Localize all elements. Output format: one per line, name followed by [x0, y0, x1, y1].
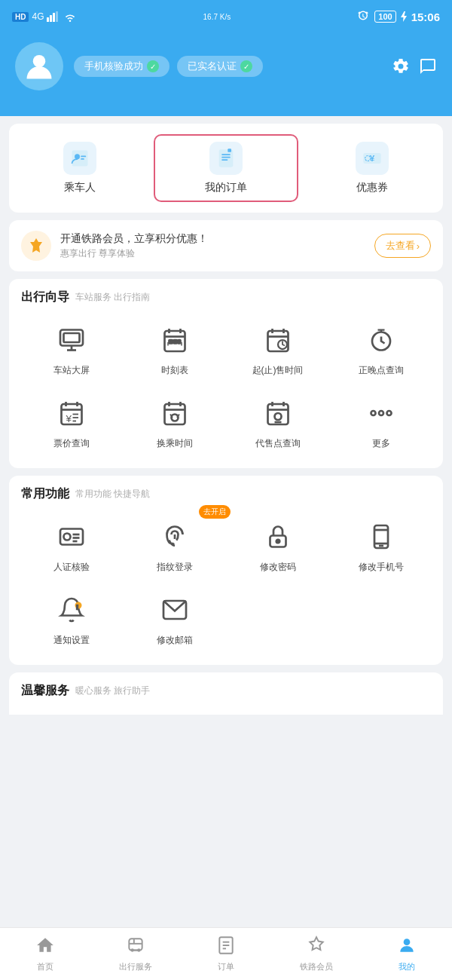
svg-point-80 — [404, 939, 411, 945]
travel-guide-title: 出行向导 车站服务 出行指南 — [21, 289, 431, 305]
agent-icon — [260, 395, 296, 431]
price-icon: ¥ — [53, 395, 90, 431]
sale-time-icon — [260, 322, 296, 358]
warm-service-section: 温馨服务 暖心服务 旅行助手 — [9, 672, 443, 715]
svg-rect-27 — [178, 340, 180, 344]
svg-point-6 — [75, 154, 80, 159]
nav-my[interactable]: 我的 — [362, 929, 452, 978]
svg-rect-3 — [56, 11, 58, 22]
svg-rect-13 — [228, 149, 231, 152]
nav-passenger[interactable]: 乘车人 — [9, 136, 151, 201]
status-right: 100 15:06 — [356, 10, 440, 23]
svg-point-53 — [371, 411, 375, 415]
email-icon — [157, 592, 193, 628]
realname-badge: 已实名认证 ✓ — [177, 56, 263, 77]
svg-rect-26 — [173, 340, 177, 344]
nav-travel-service[interactable]: 出行服务 — [90, 929, 181, 978]
common-func-grid: 人证核验 去开启 — [21, 511, 431, 654]
travel-guide-section: 出行向导 车站服务 出行指南 车站大屏 — [9, 279, 443, 468]
nav-my-order[interactable]: 我的订单 — [154, 134, 298, 202]
order-list-icon — [209, 142, 243, 175]
phone-verify-badge: 手机核验成功 ✓ — [74, 56, 170, 77]
svg-rect-12 — [221, 159, 228, 161]
timetable-icon — [157, 322, 193, 358]
svg-rect-70 — [129, 939, 142, 950]
common-func-title: 常用功能 常用功能 快捷导航 — [21, 486, 431, 502]
screen-icon — [53, 322, 90, 358]
train-icon — [126, 936, 145, 958]
sale-time-item[interactable]: 起(止)售时间 — [228, 314, 328, 384]
id-verify-icon — [53, 519, 90, 555]
quick-nav: 乘车人 我的订单 — [9, 124, 443, 213]
check-icon: ✓ — [147, 60, 159, 72]
lightning-icon — [401, 11, 407, 22]
change-password-item[interactable]: 修改密码 — [228, 511, 328, 581]
fingerprint-item[interactable]: 去开启 指纹登录 — [124, 511, 224, 581]
membership-text: 开通铁路会员，立享积分优惠！ 惠享出行 尊享体验 — [60, 232, 365, 260]
svg-rect-25 — [169, 340, 173, 344]
agent-query-item[interactable]: 代售点查询 — [228, 387, 328, 458]
settings-icon[interactable] — [392, 57, 410, 75]
svg-rect-9 — [219, 149, 234, 167]
warm-service-title: 温馨服务 暖心服务 旅行助手 — [21, 683, 431, 699]
membership-banner: 开通铁路会员，立享积分优惠！ 惠享出行 尊享体验 去查看 › — [9, 220, 443, 271]
svg-text:¥: ¥ — [370, 153, 375, 163]
password-icon — [260, 519, 296, 555]
status-left: HD 4G — [12, 11, 77, 22]
fingerprint-icon — [157, 519, 193, 555]
change-phone-item[interactable]: 修改手机号 — [331, 511, 431, 581]
order-nav-icon — [216, 936, 236, 958]
avatar-icon — [23, 50, 56, 83]
message-icon[interactable] — [419, 57, 437, 75]
header-badges: 手机核验成功 ✓ 已实名认证 ✓ — [74, 56, 263, 77]
notify-settings-item[interactable]: ! 通知设置 — [21, 584, 121, 654]
change-email-item[interactable]: 修改邮箱 — [124, 584, 224, 654]
common-func-section: 常用功能 常用功能 快捷导航 人证核验 — [9, 476, 443, 665]
more-icon — [363, 395, 399, 431]
timetable-item[interactable]: 时刻表 — [124, 314, 224, 384]
diamond-icon-wrapper — [21, 231, 51, 261]
more-item[interactable]: 更多 — [331, 387, 431, 458]
svg-rect-7 — [81, 156, 86, 158]
user-header: 手机核验成功 ✓ 已实名认证 ✓ — [0, 33, 452, 106]
check-icon-2: ✓ — [240, 60, 252, 72]
svg-text:¥: ¥ — [65, 413, 72, 424]
bottom-nav: 首页 出行服务 订单 — [0, 927, 452, 980]
nav-railway-member[interactable]: 铁路会员 — [271, 929, 362, 978]
view-membership-button[interactable]: 去查看 › — [374, 234, 431, 258]
svg-rect-5 — [72, 151, 88, 167]
svg-point-57 — [63, 534, 70, 541]
nav-home[interactable]: 首页 — [0, 929, 90, 978]
avatar — [15, 42, 63, 90]
wifi-icon — [63, 11, 77, 22]
svg-point-4 — [33, 55, 46, 68]
time-display: 15:06 — [411, 11, 440, 23]
svg-rect-11 — [221, 157, 231, 158]
header-right-icons — [392, 57, 437, 75]
delay-icon — [363, 322, 399, 358]
svg-text:!: ! — [76, 604, 78, 611]
svg-rect-63 — [374, 525, 388, 548]
nav-coupon[interactable]: ¥ 优惠券 — [301, 136, 443, 201]
transfer-icon — [157, 395, 193, 431]
svg-rect-20 — [63, 333, 79, 342]
id-verify-item[interactable]: 人证核验 — [21, 511, 121, 581]
nav-order[interactable]: 订单 — [181, 929, 271, 978]
alarm-icon — [356, 10, 370, 23]
svg-point-54 — [379, 411, 383, 415]
home-icon — [35, 936, 55, 958]
price-query-item[interactable]: ¥ 票价查询 — [21, 387, 121, 458]
hd-badge: HD — [12, 12, 29, 22]
svg-rect-10 — [221, 154, 231, 155]
travel-guide-grid: 车站大屏 — [21, 314, 431, 458]
coupon-icon: ¥ — [356, 142, 389, 175]
delay-query-item[interactable]: 正晚点查询 — [331, 314, 431, 384]
transfer-time-item[interactable]: 换乘时间 — [124, 387, 224, 458]
signal-icon — [47, 11, 60, 22]
station-screen-item[interactable]: 车站大屏 — [21, 314, 121, 384]
scroll-area[interactable]: 手机核验成功 ✓ 已实名认证 ✓ — [0, 33, 452, 927]
svg-rect-2 — [53, 13, 55, 22]
go-open-badge: 去开启 — [199, 505, 231, 519]
notify-icon: ! — [53, 592, 90, 628]
person-card-icon — [63, 142, 96, 175]
